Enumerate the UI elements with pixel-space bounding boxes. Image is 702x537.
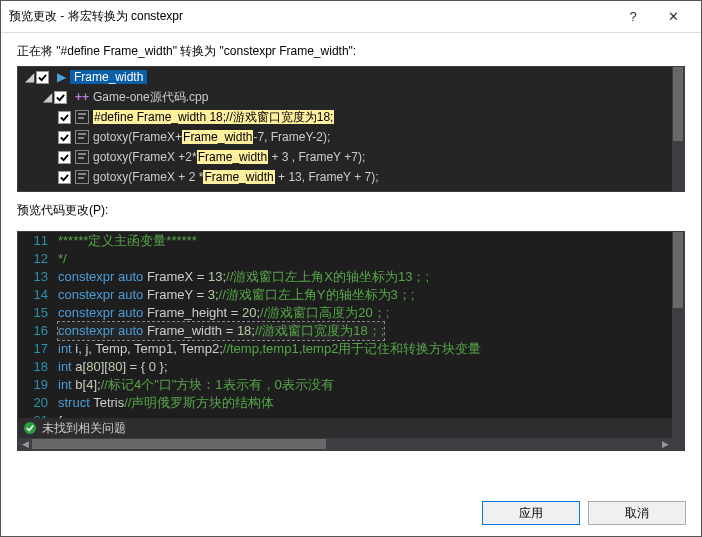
code-snippet-icon (75, 130, 89, 144)
checkbox-icon[interactable] (58, 131, 71, 144)
help-button[interactable]: ? (613, 9, 653, 24)
code-content: constexpr auto FrameY = 3;//游戏窗口左上角Y的轴坐标… (58, 286, 414, 304)
code-line: 19 int b[4];//标记4个"口"方块：1表示有，0表示没有 (18, 376, 672, 394)
checkbox-icon[interactable] (58, 151, 71, 164)
code-line: 16 constexpr auto Frame_width = 18;//游戏窗… (18, 322, 672, 340)
close-button[interactable]: ✕ (653, 9, 693, 24)
tree-code-text: #define Frame_width 18;//游戏窗口宽度为18; (93, 109, 334, 126)
tree-file-label: Game-one源代码.cpp (93, 89, 208, 106)
code-content: ******定义主函变量****** (58, 232, 197, 250)
tree-root-label: Frame_width (70, 70, 147, 84)
dialog-footer: 应用 取消 (0, 489, 702, 537)
tree-item-3[interactable]: gotoxy(FrameX + 2 *Frame_width + 13, Fra… (18, 167, 672, 187)
line-number: 17 (18, 340, 58, 358)
line-number: 20 (18, 394, 58, 412)
code-content: struct Tetris//声明俄罗斯方块的结构体 (58, 394, 274, 412)
code-content: constexpr auto FrameX = 13;//游戏窗口左上角X的轴坐… (58, 268, 429, 286)
tree-root[interactable]: ◢▶Frame_width (18, 67, 672, 87)
checkbox-icon[interactable] (58, 111, 71, 124)
tree-file[interactable]: ◢++Game-one源代码.cpp (18, 87, 672, 107)
line-number: 13 (18, 268, 58, 286)
code-content: constexpr auto Frame_height = 20;//游戏窗口高… (58, 304, 389, 322)
expander-icon[interactable]: ◢ (22, 70, 36, 84)
status-bar: 未找到相关问题 (18, 418, 672, 438)
code-content: constexpr auto Frame_width = 18;//游戏窗口宽度… (58, 322, 384, 340)
code-line: 11 ******定义主函变量****** (18, 232, 672, 250)
line-number: 18 (18, 358, 58, 376)
tree-item-2[interactable]: gotoxy(FrameX +2*Frame_width + 3 , Frame… (18, 147, 672, 167)
changes-description: 正在将 "#define Frame_width" 转换为 "constexpr… (1, 33, 701, 66)
scroll-right-arrow[interactable]: ▶ (658, 438, 672, 450)
code-line: 15 constexpr auto Frame_height = 20;//游戏… (18, 304, 672, 322)
status-text: 未找到相关问题 (42, 420, 126, 437)
tree-code-text: gotoxy(FrameX +2*Frame_width + 3 , Frame… (93, 150, 365, 164)
line-number: 12 (18, 250, 58, 268)
checkbox-icon[interactable] (58, 171, 71, 184)
tree-code-text: gotoxy(FrameX+Frame_width-7, FrameY-2); (93, 130, 330, 144)
tree-item-1[interactable]: gotoxy(FrameX+Frame_width-7, FrameY-2); (18, 127, 672, 147)
checkbox-icon[interactable] (36, 71, 49, 84)
code-content: int b[4];//标记4个"口"方块：1表示有，0表示没有 (58, 376, 334, 394)
code-scrollbar-vertical[interactable] (672, 232, 684, 450)
line-number: 11 (18, 232, 58, 250)
code-line: 14 constexpr auto FrameY = 3;//游戏窗口左上角Y的… (18, 286, 672, 304)
code-snippet-icon (75, 110, 89, 124)
code-content: */ (58, 250, 67, 268)
code-scrollbar-horizontal[interactable]: ◀ ▶ (18, 438, 672, 450)
tree-item-0[interactable]: #define Frame_width 18;//游戏窗口宽度为18; (18, 107, 672, 127)
line-number: 14 (18, 286, 58, 304)
tree-scrollbar-vertical[interactable] (672, 67, 684, 191)
code-line: 18 int a[80][80] = { 0 }; (18, 358, 672, 376)
window-title: 预览更改 - 将宏转换为 constexpr (9, 8, 613, 25)
code-line: 13 constexpr auto FrameX = 13;//游戏窗口左上角X… (18, 268, 672, 286)
code-content: int a[80][80] = { 0 }; (58, 358, 168, 376)
status-ok-icon (24, 422, 36, 434)
expander-icon[interactable]: ◢ (40, 90, 54, 104)
tree-code-text: gotoxy(FrameX + 2 *Frame_width + 13, Fra… (93, 170, 379, 184)
checkbox-icon[interactable] (54, 91, 67, 104)
titlebar: 预览更改 - 将宏转换为 constexpr ? ✕ (1, 1, 701, 33)
code-preview: 11 ******定义主函变量******12 */13 constexpr a… (17, 231, 685, 451)
line-number: 15 (18, 304, 58, 322)
preview-label: 预览代码更改(P): (1, 192, 701, 225)
code-line: 17 int i, j, Temp, Temp1, Temp2;//temp,t… (18, 340, 672, 358)
apply-button[interactable]: 应用 (482, 501, 580, 525)
code-line: 20 struct Tetris//声明俄罗斯方块的结构体 (18, 394, 672, 412)
code-snippet-icon (75, 150, 89, 164)
code-line: 12 */ (18, 250, 672, 268)
line-number: 19 (18, 376, 58, 394)
line-number: 16 (18, 322, 58, 340)
cancel-button[interactable]: 取消 (588, 501, 686, 525)
changes-tree: ◢▶Frame_width◢++Game-one源代码.cpp#define F… (17, 66, 685, 192)
cpp-file-icon: ++ (75, 90, 89, 104)
flag-icon: ▶ (57, 70, 66, 84)
code-content: int i, j, Temp, Temp1, Temp2;//temp,temp… (58, 340, 481, 358)
code-snippet-icon (75, 170, 89, 184)
scroll-left-arrow[interactable]: ◀ (18, 438, 32, 450)
